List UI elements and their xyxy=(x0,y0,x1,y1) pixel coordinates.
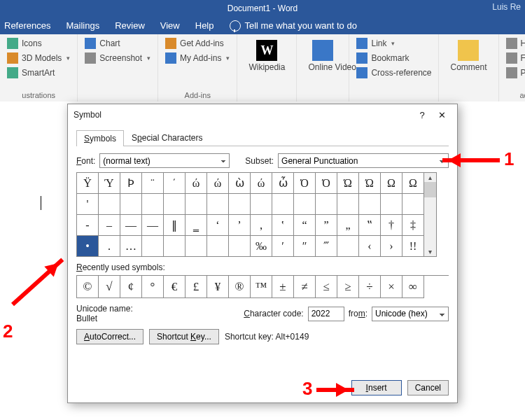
symbol-cell[interactable]: Ό xyxy=(294,173,316,194)
symbol-cell[interactable]: ὼ xyxy=(229,173,251,194)
symbol-cell[interactable] xyxy=(337,236,359,257)
symbol-cell[interactable]: “ xyxy=(294,215,316,236)
cmd-get-addins[interactable]: Get Add-ins xyxy=(165,37,230,50)
recent-symbol-cell[interactable]: ± xyxy=(272,276,294,298)
symbol-cell[interactable] xyxy=(251,194,272,215)
recent-symbol-cell[interactable]: × xyxy=(381,276,402,298)
recent-symbol-cell[interactable]: ™ xyxy=(251,276,272,298)
symbol-cell[interactable] xyxy=(272,194,294,215)
symbol-cell[interactable]: • xyxy=(77,236,99,257)
symbol-cell[interactable]: . xyxy=(99,236,120,257)
cmd-my-addins[interactable]: My Add-ins xyxy=(165,52,230,64)
symbol-cell[interactable] xyxy=(142,194,164,215)
symbol-cell[interactable]: ‹ xyxy=(359,236,381,257)
cmd-3d-models[interactable]: 3D Models xyxy=(7,52,70,64)
symbol-cell[interactable] xyxy=(186,236,207,257)
tab-special-characters[interactable]: Special Characters xyxy=(124,130,210,146)
recent-symbol-cell[interactable]: ≤ xyxy=(316,276,337,298)
symbol-cell[interactable] xyxy=(229,236,251,257)
cmd-online-video[interactable]: Online Video xyxy=(304,37,342,72)
cancel-button[interactable]: Cancel xyxy=(407,380,449,396)
recent-symbol-cell[interactable]: ≥ xyxy=(337,276,359,298)
char-code-input[interactable] xyxy=(308,307,344,321)
recent-symbol-cell[interactable]: ≠ xyxy=(294,276,316,298)
symbol-cell[interactable] xyxy=(402,194,424,215)
tab-view[interactable]: View xyxy=(160,20,180,31)
symbol-cell[interactable]: — xyxy=(120,215,142,236)
cmd-link[interactable]: Link xyxy=(356,37,431,50)
scroll-up-icon[interactable]: ▴ xyxy=(424,173,436,182)
recent-symbol-cell[interactable]: ¢ xyxy=(120,276,142,298)
cmd-smartart[interactable]: SmartArt xyxy=(7,66,70,79)
from-select[interactable]: Unicode (hex) xyxy=(372,307,449,321)
symbol-cell[interactable]: Ϸ xyxy=(120,173,142,194)
recent-symbol-cell[interactable]: ∞ xyxy=(402,276,424,298)
symbol-cell[interactable] xyxy=(164,236,186,257)
symbol-cell[interactable] xyxy=(207,194,229,215)
symbol-cell[interactable]: Ύ xyxy=(99,173,120,194)
recent-symbols-grid[interactable]: ©√¢°€£¥®™±≠≤≥÷×∞ xyxy=(76,275,449,298)
symbol-cell[interactable]: † xyxy=(381,215,402,236)
symbol-cell[interactable]: Ω xyxy=(381,173,402,194)
symbol-cell[interactable]: ′ xyxy=(272,236,294,257)
recent-symbol-cell[interactable]: ° xyxy=(142,276,164,298)
symbol-cell[interactable] xyxy=(337,194,359,215)
symbol-grid[interactable]: ΫΎϷ¨΄ώώὼώὦΌΌΏΏΩΩ' -–—―‖‗‘’‚‛“”„‟†‡•.… ‰′… xyxy=(76,172,424,257)
recent-symbol-cell[interactable]: © xyxy=(77,276,99,298)
recent-symbol-cell[interactable]: £ xyxy=(186,276,207,298)
symbol-cell[interactable]: Ώ xyxy=(359,173,381,194)
symbol-cell[interactable]: ώ xyxy=(251,173,272,194)
symbol-cell[interactable] xyxy=(99,194,120,215)
symbol-cell[interactable]: ‰ xyxy=(251,236,272,257)
symbol-cell[interactable]: ‛ xyxy=(272,215,294,236)
symbol-cell[interactable] xyxy=(164,194,186,215)
symbol-cell[interactable]: … xyxy=(120,236,142,257)
symbol-cell[interactable]: ‗ xyxy=(186,215,207,236)
symbol-cell[interactable]: ″ xyxy=(294,236,316,257)
close-button[interactable]: ✕ xyxy=(432,110,451,120)
recent-symbol-cell[interactable]: ÷ xyxy=(359,276,381,298)
cmd-footer[interactable]: Footer xyxy=(506,52,526,64)
help-button[interactable]: ? xyxy=(412,110,432,120)
tab-review[interactable]: Review xyxy=(115,20,145,31)
symbol-cell[interactable]: ‚ xyxy=(251,215,272,236)
scroll-thumb[interactable] xyxy=(424,182,436,197)
symbol-cell[interactable] xyxy=(120,194,142,215)
symbol-cell[interactable]: ¨ xyxy=(142,173,164,194)
cmd-comment[interactable]: Comment xyxy=(446,37,491,72)
symbol-cell[interactable] xyxy=(316,194,337,215)
cmd-bookmark[interactable]: Bookmark xyxy=(356,52,431,64)
cmd-header[interactable]: Header xyxy=(506,37,526,50)
symbol-cell[interactable] xyxy=(142,236,164,257)
symbol-cell[interactable]: ὦ xyxy=(272,173,294,194)
symbol-cell[interactable]: - xyxy=(77,215,99,236)
recent-symbol-cell[interactable]: ® xyxy=(229,276,251,298)
symbol-cell[interactable]: ” xyxy=(316,215,337,236)
symbol-cell[interactable]: ‖ xyxy=(164,215,186,236)
symbol-cell[interactable]: ΄ xyxy=(164,173,186,194)
tab-help[interactable]: Help xyxy=(195,20,214,31)
font-select[interactable]: (normal text) xyxy=(99,153,230,168)
symbol-cell[interactable]: Ώ xyxy=(337,173,359,194)
recent-symbol-cell[interactable]: € xyxy=(164,276,186,298)
tell-me-search[interactable]: Tell me what you want to do xyxy=(230,20,357,31)
tab-symbols[interactable]: Symbols xyxy=(76,130,124,146)
scroll-down-icon[interactable]: ▾ xyxy=(424,247,436,256)
cmd-screenshot[interactable]: Screenshot xyxy=(85,52,150,64)
symbol-cell[interactable] xyxy=(229,194,251,215)
symbol-cell[interactable]: !! xyxy=(402,236,424,257)
shortcut-key-button[interactable]: Shortcut Key... xyxy=(149,329,219,344)
dialog-titlebar[interactable]: Symbol ? ✕ xyxy=(68,104,457,125)
symbol-cell[interactable] xyxy=(381,194,402,215)
symbol-cell[interactable]: ‘ xyxy=(207,215,229,236)
symbol-cell[interactable]: „ xyxy=(337,215,359,236)
tab-references[interactable]: References xyxy=(4,20,50,31)
symbol-cell[interactable]: Ω xyxy=(402,173,424,194)
symbol-cell[interactable] xyxy=(207,236,229,257)
symbol-cell[interactable] xyxy=(359,194,381,215)
symbol-cell[interactable]: ― xyxy=(142,215,164,236)
symbol-cell[interactable]: ώ xyxy=(186,173,207,194)
autocorrect-button[interactable]: AutoCorrect... xyxy=(76,329,144,344)
symbol-cell[interactable]: ' xyxy=(77,194,99,215)
symbol-cell[interactable]: – xyxy=(99,215,120,236)
